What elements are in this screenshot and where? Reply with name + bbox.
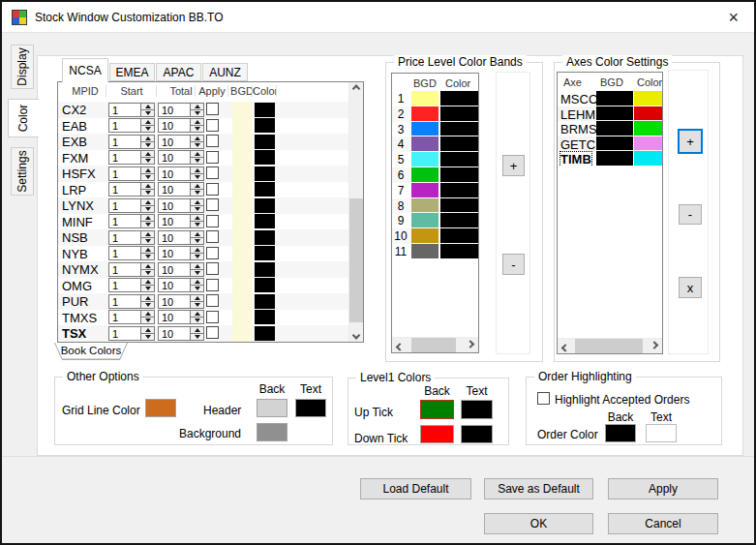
spinner-down-icon[interactable] [191,333,203,340]
spinner-down-icon[interactable] [141,125,154,132]
text-color-swatch[interactable] [255,167,275,181]
spinner-arrows[interactable] [140,311,154,323]
bgd-color-swatch[interactable] [596,121,633,136]
delete-axe-button[interactable]: x [679,277,702,298]
scrollbar-thumb[interactable] [575,339,643,353]
bgd-color-swatch[interactable] [232,150,252,167]
bgd-color-swatch[interactable] [232,261,252,278]
spinner-arrows[interactable] [140,119,154,132]
scroll-right-icon[interactable] [647,339,662,353]
start-spinner[interactable]: 1 [108,246,155,260]
spinner-arrows[interactable] [140,136,154,148]
bgd-color-swatch[interactable] [232,293,252,310]
apply-checkbox[interactable] [206,151,219,164]
scrollbar-thumb[interactable] [349,198,363,322]
apply-checkbox[interactable] [206,230,219,243]
text-color-swatch[interactable] [255,118,275,133]
bgd-color-swatch[interactable] [232,229,252,246]
bgd-color-swatch[interactable] [232,166,252,182]
bgd-color-swatch[interactable] [232,310,252,326]
text-color-swatch[interactable] [440,152,478,167]
bgd-color-swatch[interactable] [232,325,252,342]
bgd-color-swatch[interactable] [411,244,438,258]
apply-checkbox[interactable] [206,215,219,227]
start-spinner[interactable]: 1 [108,214,155,228]
text-color-swatch[interactable] [634,136,662,151]
tab-display[interactable]: Display [11,45,34,89]
spinner-down-icon[interactable] [191,205,203,212]
remove-band-button[interactable]: - [502,254,525,275]
spinner-arrows[interactable] [190,295,203,308]
spinner-down-icon[interactable] [191,285,203,291]
header-back-color-swatch[interactable] [257,399,287,417]
spinner-arrows[interactable] [140,231,154,244]
spinner-down-icon[interactable] [141,253,154,259]
ok-button[interactable]: OK [484,513,593,534]
spinner-down-icon[interactable] [141,237,154,244]
down-tick-text-swatch[interactable] [461,425,493,443]
spinner-down-icon[interactable] [141,269,154,276]
text-color-swatch[interactable] [440,244,478,258]
start-spinner[interactable]: 1 [108,135,155,149]
close-icon[interactable]: × [722,9,744,26]
total-spinner[interactable]: 10 [158,167,204,181]
text-color-swatch[interactable] [634,106,662,121]
spinner-arrows[interactable] [190,231,203,244]
horizontal-scrollbar[interactable] [558,338,662,353]
apply-checkbox[interactable] [206,135,219,147]
total-spinner[interactable]: 10 [158,230,204,245]
spinner-down-icon[interactable] [141,157,154,164]
apply-checkbox[interactable] [206,262,219,275]
text-color-swatch[interactable] [440,167,478,182]
spinner-down-icon[interactable] [191,317,203,323]
apply-button[interactable]: Apply [608,478,718,500]
apply-checkbox[interactable] [206,198,219,211]
text-color-swatch[interactable] [634,91,662,106]
add-band-button[interactable]: + [502,155,525,176]
text-color-swatch[interactable] [255,262,275,277]
spinner-arrows[interactable] [190,167,203,180]
scrollbar-thumb[interactable] [411,338,456,352]
scroll-up-icon[interactable] [349,82,363,98]
spinner-arrows[interactable] [140,263,154,276]
bgd-color-swatch[interactable] [232,102,252,118]
remove-axe-button[interactable]: - [679,204,702,225]
text-color-swatch[interactable] [440,106,478,121]
spinner-arrows[interactable] [190,279,203,291]
text-color-swatch[interactable] [440,136,478,151]
spinner-down-icon[interactable] [191,221,203,227]
apply-checkbox[interactable] [206,183,219,196]
spinner-arrows[interactable] [190,119,203,132]
total-spinner[interactable]: 10 [158,262,204,277]
tab-ncsa[interactable]: NCSA [62,58,108,82]
bgd-color-swatch[interactable] [411,213,438,227]
down-tick-back-swatch[interactable] [420,425,454,443]
total-spinner[interactable]: 10 [158,135,204,149]
spinner-arrows[interactable] [190,311,203,323]
spinner-arrows[interactable] [140,215,154,227]
up-tick-back-swatch[interactable] [420,400,454,419]
total-spinner[interactable]: 10 [158,294,204,309]
spinner-arrows[interactable] [190,136,203,148]
bgd-color-swatch[interactable] [596,151,633,166]
bgd-color-swatch[interactable] [232,246,252,262]
spinner-down-icon[interactable] [191,125,203,132]
background-color-swatch[interactable] [257,423,287,441]
start-spinner[interactable]: 1 [108,278,155,292]
apply-checkbox[interactable] [206,311,219,323]
total-spinner[interactable]: 10 [158,198,204,213]
text-color-swatch[interactable] [255,326,275,341]
spinner-arrows[interactable] [190,263,203,276]
apply-checkbox[interactable] [206,119,219,132]
start-spinner[interactable]: 1 [108,103,155,117]
bgd-color-swatch[interactable] [232,278,252,294]
bgd-color-swatch[interactable] [596,91,633,106]
cancel-button[interactable]: Cancel [608,513,718,534]
save-as-default-button[interactable]: Save as Default [484,478,593,500]
spinner-down-icon[interactable] [141,141,154,148]
scroll-right-icon[interactable] [463,338,478,352]
spinner-arrows[interactable] [190,183,203,196]
tab-apac[interactable]: APAC [156,63,201,81]
spinner-down-icon[interactable] [141,173,154,180]
bgd-color-swatch[interactable] [411,198,438,213]
